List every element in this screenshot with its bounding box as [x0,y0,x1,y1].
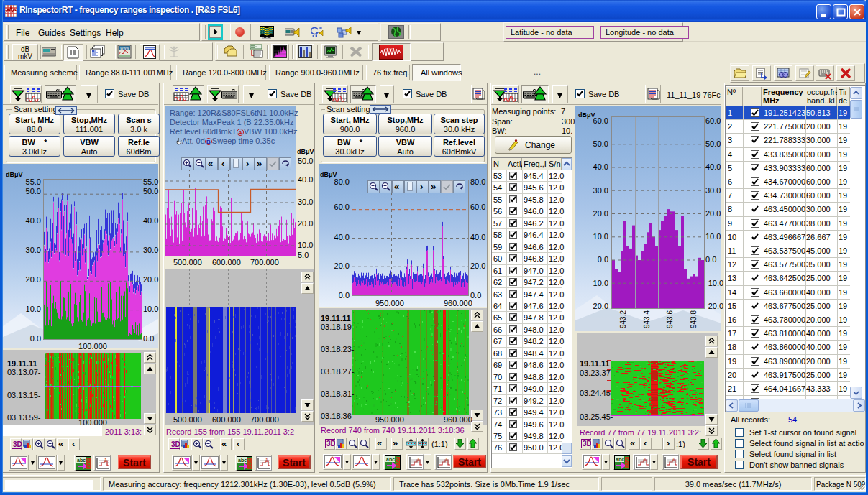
svg-text:1: 1 [445,457,448,462]
svg-text:WWW: WWW [120,47,129,50]
svg-text:1: 1 [265,458,268,463]
svg-text:1: 1 [104,458,107,463]
svg-text:abc: abc [616,457,624,462]
svg-text:abc: abc [238,458,247,463]
svg-text:abc: abc [77,458,86,463]
svg-text:1: 1 [417,457,420,462]
svg-text:1: 1 [644,457,647,462]
svg-text:1: 1 [672,457,675,462]
svg-text:abc: abc [386,457,395,462]
